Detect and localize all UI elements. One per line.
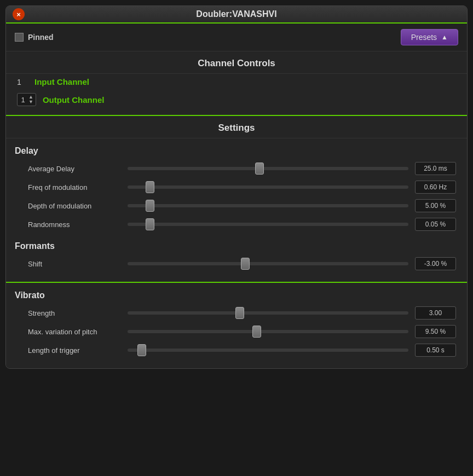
top-bar: Pinned Presets ▲ [6, 24, 467, 51]
pinned-label: Pinned [28, 33, 54, 42]
output-channel-label: Output Channel [43, 95, 105, 105]
max-variation-thumb[interactable] [252, 326, 261, 338]
param-label-length-trigger: Length of trigger [28, 346, 121, 355]
input-channel-label: Input Channel [34, 77, 89, 86]
average-delay-slider[interactable] [128, 167, 408, 170]
output-channel-spinner[interactable]: 1 ▲ ▼ [17, 93, 36, 106]
settings-section: Settings Delay Average Delay 25.0 ms Fre… [6, 116, 467, 283]
input-channel-row: 1 Input Channel [6, 74, 467, 90]
param-label-shift: Shift [28, 260, 121, 268]
freq-modulation-value: 0.60 Hz [415, 181, 456, 194]
param-row-length-trigger: Length of trigger 0.50 s [6, 341, 467, 359]
formants-label: Formants [6, 234, 467, 254]
param-row-depth-modulation: Depth of modulation 5.00 % [6, 196, 467, 215]
output-channel-value: 1 [20, 96, 26, 104]
delay-label: Delay [6, 138, 467, 159]
depth-modulation-slider[interactable] [128, 204, 408, 207]
shift-thumb[interactable] [241, 258, 250, 270]
presets-button[interactable]: Presets ▲ [401, 29, 458, 45]
strength-thumb[interactable] [235, 307, 244, 319]
strength-value: 3.00 [415, 306, 456, 320]
param-label-depth-modulation: Depth of modulation [28, 202, 121, 210]
strength-slider[interactable] [128, 311, 408, 315]
param-row-freq-modulation: Freq of modulation 0.60 Hz [6, 178, 467, 196]
vibrato-label: Vibrato [6, 283, 467, 304]
main-window: × Doubler:VANASHVI Pinned Presets ▲ Chan… [5, 5, 468, 369]
param-row-randomness: Randomness 0.05 % [6, 215, 467, 234]
randomness-slider[interactable] [128, 223, 408, 226]
param-label-randomness: Randomness [28, 220, 121, 229]
param-label-average-delay: Average Delay [28, 165, 121, 173]
param-label-max-variation: Max. variation of pitch [28, 328, 121, 336]
pinned-area: Pinned [15, 33, 54, 42]
average-delay-thumb[interactable] [255, 162, 264, 175]
param-row-shift: Shift -3.00 % [6, 254, 467, 273]
pinned-checkbox[interactable] [15, 33, 24, 42]
length-trigger-thumb[interactable] [137, 344, 146, 356]
input-channel-num: 1 [17, 78, 28, 86]
channel-controls-title: Channel Controls [6, 51, 467, 74]
max-variation-value: 9.50 % [415, 325, 456, 338]
depth-modulation-value: 5.00 % [415, 199, 456, 212]
max-variation-slider[interactable] [128, 330, 408, 333]
channel-controls-section: Channel Controls 1 Input Channel 1 ▲ ▼ O… [6, 51, 467, 116]
output-channel-row: 1 ▲ ▼ Output Channel [6, 90, 467, 109]
param-row-max-variation: Max. variation of pitch 9.50 % [6, 322, 467, 341]
close-button[interactable]: × [13, 8, 25, 20]
shift-slider[interactable] [128, 262, 408, 265]
param-row-strength: Strength 3.00 [6, 304, 467, 322]
shift-value: -3.00 % [415, 257, 456, 270]
vibrato-section: Vibrato Strength 3.00 Max. variation of … [6, 283, 467, 368]
spinner-arrows-icon[interactable]: ▲ ▼ [28, 95, 33, 105]
presets-arrow-icon: ▲ [441, 33, 448, 41]
param-label-freq-modulation: Freq of modulation [28, 183, 121, 191]
settings-title: Settings [6, 116, 467, 138]
length-trigger-value: 0.50 s [415, 344, 456, 357]
average-delay-value: 25.0 ms [415, 162, 456, 175]
randomness-value: 0.05 % [415, 218, 456, 231]
depth-modulation-thumb[interactable] [146, 200, 154, 212]
window-title: Doubler:VANASHVI [196, 9, 276, 19]
param-row-average-delay: Average Delay 25.0 ms [6, 159, 467, 178]
freq-modulation-slider[interactable] [128, 185, 408, 189]
title-bar: × Doubler:VANASHVI [6, 6, 467, 24]
freq-modulation-thumb[interactable] [146, 181, 154, 193]
length-trigger-slider[interactable] [128, 349, 408, 352]
randomness-thumb[interactable] [146, 218, 154, 230]
param-label-strength: Strength [28, 309, 121, 317]
